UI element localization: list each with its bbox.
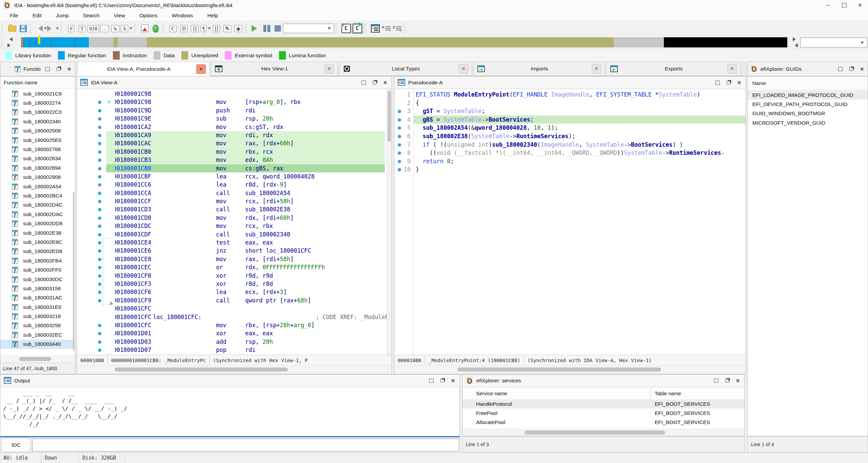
minimize-icon[interactable]: –: [820, 0, 836, 10]
function-list-item[interactable]: fsub_180002274: [0, 98, 75, 107]
pseudocode-line[interactable]: 2{: [394, 99, 746, 107]
edit-icon[interactable]: ✎: [222, 23, 233, 34]
disasm-line[interactable]: 00180001CE4testeax, eax: [77, 238, 387, 247]
menu-item-help[interactable]: Help: [200, 10, 225, 21]
address-dot-icon[interactable]: [98, 274, 101, 278]
disasm-line[interactable]: 00180001CE8movrax, [rdi+58h]: [77, 255, 387, 263]
ida-view-float-icon[interactable]: [371, 80, 377, 85]
menu-item-edit[interactable]: Edit: [25, 10, 49, 21]
tab-hex-view[interactable]: Hex View-1×: [211, 62, 338, 76]
tab-ida-view-pseudocode[interactable]: IDA View-A, Pseudocode-A×: [77, 62, 210, 76]
services-column-table-name[interactable]: Table name: [651, 387, 744, 399]
address-dot-icon[interactable]: [98, 126, 101, 129]
pseudocode-close-icon[interactable]: ×: [736, 80, 742, 85]
address-dot-icon[interactable]: [98, 175, 101, 178]
address-dot-icon[interactable]: [98, 216, 101, 220]
function-list-item[interactable]: fsub_180003158: [0, 284, 75, 293]
toolbar-handle[interactable]: [30, 24, 33, 33]
functions-vscrollbar[interactable]: [73, 192, 74, 351]
tab-local-types[interactable]: Local Types×: [339, 62, 472, 76]
output-console[interactable]: ___ _ __ __ __ / _(_) |/ /_ / /__ ____ _…: [0, 387, 459, 436]
guid-row[interactable]: GUID_WINDOWS_BOOTMGR: [748, 109, 868, 118]
navband-drag-handle[interactable]: [1, 37, 4, 47]
address-dot-icon[interactable]: [98, 134, 101, 137]
disasm-line[interactable]: 00180001CE6jnzshort loc_180001CFC: [77, 247, 387, 255]
service-row[interactable]: HandleProtocolEFI_BOOT_SERVICES: [462, 399, 744, 408]
collapse-icon[interactable]: ∨: [107, 98, 111, 106]
compile-idc-icon[interactable]: C: [341, 23, 352, 34]
toolbar-handle[interactable]: [2, 24, 4, 33]
address-dot-icon[interactable]: [98, 167, 101, 170]
debugger-combo[interactable]: [283, 23, 334, 34]
function-list-item[interactable]: fsub_1800031AC: [0, 293, 75, 302]
function-list-item[interactable]: fsub_1800025E0: [0, 135, 75, 145]
services-column-headers[interactable]: Service name Table name: [462, 387, 744, 400]
function-list-item[interactable]: fsub_180002E8C: [0, 237, 75, 247]
guids-panel-header[interactable]: efiXplorer: GUIDs ×: [747, 62, 868, 76]
function-list-item[interactable]: fsub_180002FF0: [0, 265, 75, 274]
colors-icon[interactable]: [139, 23, 150, 34]
binary-search-icon[interactable]: 010: [87, 23, 99, 34]
function-list-item[interactable]: fsub_1800030DC: [0, 275, 75, 284]
disasm-line[interactable]: 00180001CA9movrdi, rdx: [77, 131, 387, 139]
function-list-item[interactable]: fsub_180002E38: [0, 228, 75, 237]
pseudocode-line[interactable]: 10}: [394, 165, 746, 174]
function-list-item[interactable]: fsub_180002ED8: [0, 247, 75, 256]
services-float-icon[interactable]: [724, 378, 730, 383]
function-list-item[interactable]: fsub_180002D4C: [0, 201, 75, 210]
maximize-icon[interactable]: [836, 0, 852, 10]
patch-icon[interactable]: ◆: [233, 23, 244, 34]
disasm-line[interactable]: 00180001D01xoreax, eax: [77, 329, 387, 337]
navband-left-arrows[interactable]: [6, 37, 14, 47]
toolbar-handle[interactable]: [336, 24, 338, 33]
function-list-item[interactable]: fsub_180002DD8: [0, 219, 75, 228]
tab-close-icon[interactable]: ×: [324, 64, 334, 73]
function-list-item[interactable]: fsub_180002DAC: [0, 210, 75, 219]
forward-icon[interactable]: [47, 23, 59, 34]
service-row[interactable]: FreePoolEFI_BOOT_SERVICES: [462, 408, 744, 418]
enums-icon[interactable]: ¶: [200, 23, 211, 34]
address-dot-icon[interactable]: [98, 249, 101, 253]
disasm-line[interactable]: 00180001CCFmovrcx, [rdi+58h]: [77, 197, 387, 205]
disasm-line[interactable]: 00180001CB0movrbx, rcx: [77, 148, 387, 156]
address-dot-icon[interactable]: [98, 324, 101, 327]
function-list-item[interactable]: fsub_180003218: [0, 312, 75, 321]
tab-imports[interactable]: Imports×: [473, 62, 605, 76]
disasm-line[interactable]: 00180001CD8movrdx, [rdi+60h]: [77, 214, 387, 222]
ida-view-close-icon[interactable]: ×: [382, 80, 388, 85]
functions-hscrollbar[interactable]: [0, 355, 75, 363]
pseudocode-listing[interactable]: 1EFI_STATUS ModuleEntryPoint(EFI_HANDLE …: [394, 89, 746, 355]
tab-close-icon[interactable]: ×: [459, 64, 468, 73]
navband-right-arrows[interactable]: [791, 37, 799, 47]
search-hash-icon[interactable]: #: [66, 23, 77, 34]
pseudocode-line[interactable]: 8 ((void (__fastcall *)(__int64, __int64…: [394, 149, 746, 157]
disasm-line[interactable]: 00180001CFCloc_180001CFC:; CODE XREF: _M…: [77, 313, 387, 321]
address-dot-icon[interactable]: [98, 150, 101, 154]
make-code-icon[interactable]: C: [168, 23, 179, 34]
disasm-line[interactable]: 00180001CF3xorr8d, r8d: [77, 280, 387, 288]
output-maximize-icon[interactable]: [428, 378, 434, 383]
tab-close-icon[interactable]: ×: [727, 64, 737, 73]
address-dot-icon[interactable]: [98, 291, 101, 294]
save-icon[interactable]: [18, 23, 28, 34]
open-file-icon[interactable]: [7, 23, 18, 34]
function-list-item[interactable]: fsub_180002508: [0, 126, 75, 135]
menu-item-view[interactable]: View: [107, 10, 132, 21]
stop-process-icon[interactable]: [272, 23, 283, 34]
function-list-item[interactable]: fsub_180002A54: [0, 182, 75, 191]
tab-close-icon[interactable]: ×: [196, 64, 206, 74]
disasm-line[interactable]: 00180001CB8movcs:gBS, rax: [77, 164, 387, 172]
address-dot-icon[interactable]: [98, 117, 101, 121]
ida-view-titlebar[interactable]: IDA View-A ×: [77, 77, 392, 89]
address-dot-icon[interactable]: [98, 258, 101, 261]
menu-item-options[interactable]: Options: [132, 10, 164, 21]
arrays-icon[interactable]: []: [211, 23, 222, 34]
toolbar-handle[interactable]: [61, 24, 63, 33]
disasm-line[interactable]: 00180001D07poprdi: [77, 346, 387, 354]
function-list-item[interactable]: fsub_180003258: [0, 321, 75, 330]
function-list-item[interactable]: fsub_1800031E0: [0, 302, 75, 312]
address-dot-icon[interactable]: [98, 101, 101, 104]
pseudocode-maximize-icon[interactable]: [714, 80, 721, 85]
address-dot-icon[interactable]: [98, 282, 101, 286]
make-data-icon[interactable]: D: [179, 23, 190, 34]
